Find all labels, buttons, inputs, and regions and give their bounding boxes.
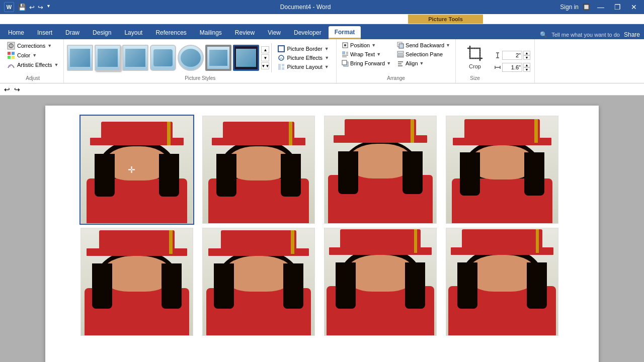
svg-rect-12: [282, 67, 284, 70]
styles-scroll-more[interactable]: ▼▼: [261, 62, 269, 69]
color-button[interactable]: Color ▼: [5, 51, 39, 60]
crop-button[interactable]: Crop: [461, 41, 489, 71]
picture-styles-group: ▲ ▼ ▼▼ Picture Border ▼ Picture Effects: [64, 39, 337, 83]
tab-developer[interactable]: Developer: [288, 26, 328, 39]
photo-4[interactable]: [446, 116, 558, 224]
share-button[interactable]: Share: [624, 31, 640, 38]
tab-view[interactable]: View: [262, 26, 287, 39]
height-input[interactable]: 2": [502, 51, 522, 60]
width-input[interactable]: 1.6": [502, 63, 522, 72]
artistic-effects-button[interactable]: Artistic Effects ▼: [5, 60, 60, 69]
svg-point-7: [9, 65, 11, 67]
send-backward-button[interactable]: Send Backward ▼: [395, 41, 452, 49]
photo-7[interactable]: [324, 228, 437, 336]
maximize-button[interactable]: ❐: [611, 3, 624, 11]
picture-border-button[interactable]: Picture Border ▼: [276, 45, 331, 53]
height-down[interactable]: ▼: [523, 55, 530, 60]
svg-rect-30: [470, 48, 480, 58]
tab-layout[interactable]: Layout: [118, 26, 148, 39]
photo-1[interactable]: ✛: [80, 116, 193, 224]
document-page: ✛: [45, 106, 599, 362]
artistic-dropdown-icon: ▼: [54, 62, 58, 67]
picture-tools-label: Picture Tools: [408, 15, 483, 24]
picture-styles-label: Picture Styles: [67, 74, 333, 83]
search-input[interactable]: Tell me what you want to do: [551, 32, 620, 38]
redo-icon[interactable]: ↪: [14, 85, 20, 94]
tab-home[interactable]: Home: [2, 26, 30, 39]
close-button[interactable]: ✕: [628, 3, 640, 11]
position-button[interactable]: Position ▼: [340, 41, 393, 49]
photo-6[interactable]: [202, 228, 315, 336]
qat-redo[interactable]: ↪: [38, 4, 43, 11]
corrections-button[interactable]: Corrections ▼: [5, 41, 54, 50]
picture-effects-icon: [278, 54, 285, 61]
svg-rect-14: [344, 44, 346, 46]
size-label: Size: [461, 74, 489, 83]
height-up[interactable]: ▲: [523, 51, 530, 55]
svg-rect-10: [278, 64, 281, 70]
qat-save[interactable]: 💾: [18, 4, 26, 11]
corrections-icon: [7, 42, 15, 50]
picture-effects-button[interactable]: Picture Effects ▼: [276, 54, 331, 62]
align-button[interactable]: Align ▼: [395, 59, 452, 67]
arrange-group: Position ▼ Wrap Text ▼ Bring Forward ▼: [337, 39, 456, 83]
move-cursor-indicator: ✛: [128, 164, 135, 175]
bring-forward-icon: [342, 60, 349, 67]
style-6[interactable]: [205, 45, 231, 71]
wrap-text-icon: [342, 51, 349, 58]
qat-dropdown[interactable]: ▼: [46, 4, 51, 11]
bring-forward-button[interactable]: Bring Forward ▼: [340, 59, 393, 67]
svg-rect-25: [397, 54, 404, 56]
adjust-label: Adjust: [5, 74, 60, 83]
width-up[interactable]: ▲: [523, 63, 530, 67]
photo-3[interactable]: [324, 116, 437, 224]
photo-2[interactable]: [202, 116, 315, 224]
svg-rect-6: [12, 56, 15, 59]
position-icon: [342, 42, 349, 49]
svg-rect-4: [12, 52, 15, 55]
color-dropdown-icon: ▼: [32, 53, 37, 58]
selection-pane-button[interactable]: Selection Pane: [395, 50, 452, 58]
width-down[interactable]: ▼: [523, 67, 530, 72]
tab-references[interactable]: References: [149, 26, 192, 39]
styles-scroll-up[interactable]: ▲: [261, 46, 269, 53]
tab-draw[interactable]: Draw: [59, 26, 86, 39]
document-area: ✛: [0, 96, 644, 362]
style-3[interactable]: [122, 45, 148, 71]
tab-design[interactable]: Design: [87, 26, 117, 39]
tab-insert[interactable]: Insert: [31, 26, 58, 39]
photo-8[interactable]: [446, 228, 558, 336]
formula-bar: ↩ ↪: [0, 83, 644, 96]
tab-review[interactable]: Review: [229, 26, 261, 39]
svg-rect-3: [8, 52, 11, 55]
arrange-label: Arrange: [340, 74, 452, 83]
photo-5[interactable]: [80, 228, 193, 336]
height-icon: [494, 52, 501, 59]
wrap-text-button[interactable]: Wrap Text ▼: [340, 50, 393, 58]
style-4[interactable]: [150, 45, 176, 71]
style-7[interactable]: [233, 45, 259, 71]
width-icon: [494, 64, 501, 71]
photo-grid: ✛: [80, 116, 564, 336]
artistic-icon: [7, 61, 15, 69]
svg-rect-24: [397, 51, 404, 53]
style-1[interactable]: [67, 45, 93, 71]
minimize-button[interactable]: —: [594, 3, 607, 11]
svg-rect-15: [342, 51, 345, 54]
picture-layout-button[interactable]: Picture Layout ▼: [276, 63, 331, 71]
tab-format[interactable]: Format: [329, 26, 361, 39]
corrections-dropdown-icon: ▼: [47, 43, 52, 48]
style-5[interactable]: [178, 45, 204, 71]
search-icon: 🔍: [540, 31, 547, 38]
tab-mailings[interactable]: Mailings: [194, 26, 228, 39]
qat-undo[interactable]: ↩: [29, 4, 35, 11]
styles-scroll-down[interactable]: ▼: [261, 54, 269, 61]
ribbon-toggle[interactable]: 🔲: [583, 4, 590, 11]
undo-icon[interactable]: ↩: [4, 85, 10, 94]
adjust-group: Corrections ▼ Color ▼ Artistic Effects ▼: [2, 39, 64, 83]
style-2[interactable]: [95, 45, 121, 71]
signin-button[interactable]: Sign in: [560, 4, 579, 11]
svg-rect-8: [278, 46, 284, 52]
align-icon: [397, 60, 404, 67]
svg-rect-21: [342, 60, 347, 65]
